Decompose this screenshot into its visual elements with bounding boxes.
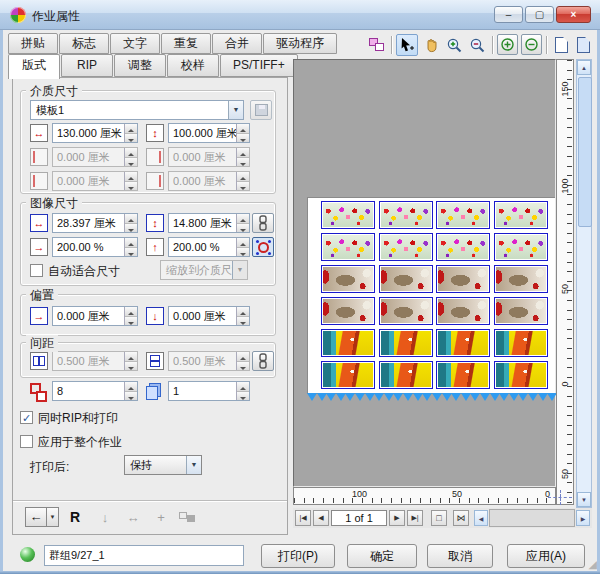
zoom-in-icon[interactable] xyxy=(443,34,465,56)
pan-hand-icon[interactable] xyxy=(420,34,442,56)
spinner-up[interactable] xyxy=(125,124,137,134)
tab-top-3[interactable]: 重复 xyxy=(161,33,211,54)
proportional-scale-button[interactable] xyxy=(252,237,274,257)
auto-fit-checkbox[interactable] xyxy=(30,264,43,277)
center-horizontal-icon[interactable]: ↔ xyxy=(122,507,144,527)
spacing-y-field[interactable]: 0.500 厘米 xyxy=(168,351,250,371)
per-row-count-field[interactable]: 8 xyxy=(52,381,138,401)
preview-image-parrot[interactable] xyxy=(379,361,433,389)
spinner-up[interactable] xyxy=(237,124,249,134)
scale-y-field[interactable]: 200.00 % xyxy=(168,237,250,257)
lock-size-ratio-button[interactable] xyxy=(252,213,274,233)
spinner-down[interactable] xyxy=(125,224,137,233)
preview-image-cat[interactable] xyxy=(436,297,490,325)
preview-image-flowers[interactable] xyxy=(436,233,490,261)
preview-image-cat[interactable] xyxy=(321,297,375,325)
spinner-up[interactable] xyxy=(237,214,249,224)
scroll-down-icon[interactable]: ▼ xyxy=(577,492,591,507)
job-name-input[interactable] xyxy=(44,545,244,566)
preview-page[interactable] xyxy=(308,198,556,393)
tile-layout-icon[interactable] xyxy=(366,34,388,56)
tab-top-0[interactable]: 拼贴 xyxy=(8,33,58,54)
preview-image-cat[interactable] xyxy=(494,265,548,293)
preview-image-parrot[interactable] xyxy=(494,329,548,357)
spinner-down[interactable] xyxy=(237,182,249,191)
enlarge-icon[interactable] xyxy=(497,34,518,55)
scroll-left-icon[interactable]: ◀ xyxy=(474,510,488,526)
vertical-scrollbar[interactable]: ▲ ▼ xyxy=(576,59,592,508)
spinner-up[interactable] xyxy=(237,148,249,158)
cancel-button[interactable]: 取消 xyxy=(427,544,493,568)
spinner-up[interactable] xyxy=(237,238,249,248)
preview-image-cat[interactable] xyxy=(379,297,433,325)
tab-top-2[interactable]: 文字 xyxy=(110,33,160,54)
last-page-button[interactable]: ▶| xyxy=(407,510,423,526)
tab-main-0[interactable]: 版式 xyxy=(8,54,60,79)
preview-image-flowers[interactable] xyxy=(494,201,548,229)
spinner-down[interactable] xyxy=(125,134,137,143)
spinner-up[interactable] xyxy=(125,172,137,182)
rip-and-print-checkbox[interactable]: ✓ xyxy=(20,411,33,424)
tab-main-3[interactable]: 校样 xyxy=(167,54,219,77)
horizontal-scrollbar[interactable] xyxy=(489,509,575,527)
preview-image-parrot[interactable] xyxy=(321,329,375,357)
vertical-scroll-thumb[interactable] xyxy=(578,77,592,227)
preview-image-parrot[interactable] xyxy=(379,329,433,357)
margin-right-field[interactable]: 0.000 厘米 xyxy=(168,147,250,167)
reduce-icon[interactable] xyxy=(521,34,542,55)
spinner-down[interactable] xyxy=(125,158,137,167)
spacing-x-field[interactable]: 0.500 厘米 xyxy=(52,351,138,371)
preview-image-parrot[interactable] xyxy=(321,361,375,389)
preview-image-parrot[interactable] xyxy=(494,361,548,389)
center-both-icon[interactable]: + xyxy=(150,507,172,527)
save-template-button[interactable] xyxy=(250,100,272,120)
ok-button[interactable]: 确定 xyxy=(347,544,417,568)
spinner-up[interactable] xyxy=(237,307,249,317)
maximize-button[interactable]: ▢ xyxy=(525,6,554,23)
preview-image-flowers[interactable] xyxy=(321,233,375,261)
spinner-down[interactable] xyxy=(125,248,137,257)
spinner-down[interactable] xyxy=(125,362,137,371)
margin-top-field[interactable]: 0.000 厘米 xyxy=(52,171,138,191)
copies-count-field[interactable]: 1 xyxy=(168,381,250,401)
spinner-up[interactable] xyxy=(125,214,137,224)
spinner-up[interactable] xyxy=(125,148,137,158)
spinner-down[interactable] xyxy=(237,158,249,167)
media-template-select[interactable]: 模板1▼ xyxy=(30,100,244,120)
arrow-left-icon[interactable]: ← xyxy=(25,507,47,527)
preview-image-flowers[interactable] xyxy=(321,201,375,229)
minimize-button[interactable]: – xyxy=(494,6,523,23)
preview-image-parrot[interactable] xyxy=(436,329,490,357)
spinner-down[interactable] xyxy=(237,392,249,401)
print-button[interactable]: 打印(P) xyxy=(261,544,335,568)
scale-x-field[interactable]: 200.00 % xyxy=(52,237,138,257)
apply-whole-job-checkbox[interactable] xyxy=(20,435,33,448)
spinner-up[interactable] xyxy=(125,382,137,392)
preview-image-cat[interactable] xyxy=(379,265,433,293)
spinner-down[interactable] xyxy=(237,134,249,143)
media-height-field[interactable]: 100.000 厘米 xyxy=(168,123,250,143)
prev-page-button[interactable]: ◀ xyxy=(313,510,329,526)
page-indicator[interactable]: 1 of 1 xyxy=(331,510,387,526)
frame-view-button[interactable]: □ xyxy=(431,510,447,526)
spinner-up[interactable] xyxy=(237,172,249,182)
media-width-field[interactable]: 130.000 厘米 xyxy=(52,123,138,143)
rotate-r-button[interactable]: R xyxy=(70,509,80,525)
spinner-down[interactable] xyxy=(237,317,249,326)
fit-mode-select[interactable]: 缩放到介质尺寸▼ xyxy=(160,260,248,280)
preview-image-cat[interactable] xyxy=(321,265,375,293)
resize-grip[interactable]: ◢ xyxy=(589,558,597,571)
scroll-right-icon[interactable]: ▶ xyxy=(576,510,590,526)
new-page-icon[interactable] xyxy=(550,34,572,56)
image-width-field[interactable]: 28.397 厘米 xyxy=(52,213,138,233)
first-page-button[interactable]: |◀ xyxy=(295,510,311,526)
preview-image-flowers[interactable] xyxy=(494,233,548,261)
close-button[interactable]: × xyxy=(556,6,591,23)
tab-top-1[interactable]: 标志 xyxy=(59,33,109,54)
apply-button[interactable]: 应用(A) xyxy=(507,544,585,568)
preview-image-flowers[interactable] xyxy=(379,201,433,229)
tab-main-2[interactable]: 调整 xyxy=(114,54,166,77)
arrange-icon[interactable] xyxy=(180,507,202,527)
zoom-out-icon[interactable] xyxy=(466,34,488,56)
spinner-down[interactable] xyxy=(125,317,137,326)
